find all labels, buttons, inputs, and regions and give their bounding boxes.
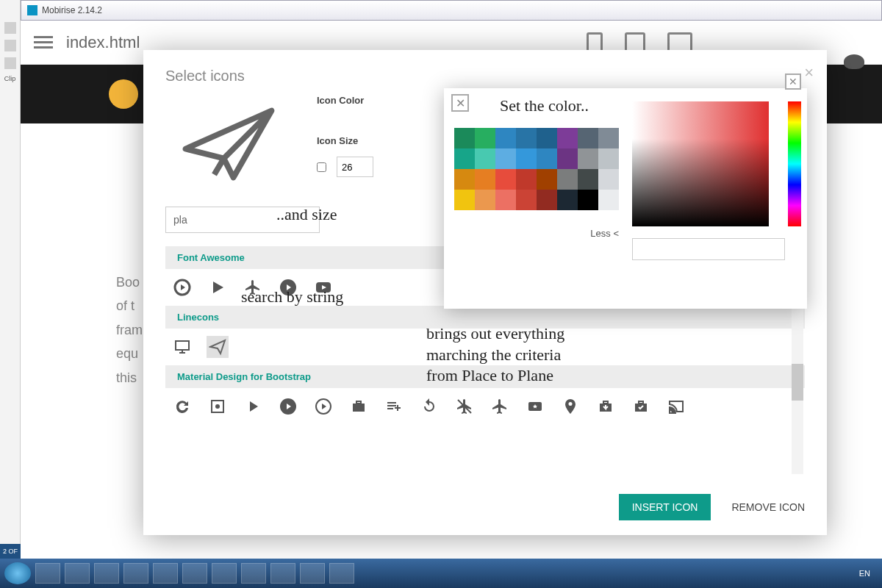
color-swatch[interactable]	[537, 169, 557, 190]
color-swatch[interactable]	[557, 190, 578, 210]
taskbar-item[interactable]	[153, 563, 178, 584]
color-swatch[interactable]	[557, 148, 578, 169]
color-swatch[interactable]	[578, 169, 598, 190]
color-swatch[interactable]	[537, 190, 557, 210]
playlist-add-icon[interactable]	[383, 395, 405, 417]
scrollbar-thumb[interactable]	[792, 364, 803, 401]
color-swatch[interactable]	[475, 148, 495, 169]
svg-point-5	[215, 404, 220, 409]
color-swatch[interactable]	[454, 190, 475, 210]
airplane-icon[interactable]	[489, 395, 511, 417]
play-circle-o-icon[interactable]	[171, 276, 193, 298]
group-mdb[interactable]: Material Design for Bootstrap	[165, 365, 805, 388]
svg-rect-3	[176, 341, 189, 350]
remove-icon-button[interactable]: REMOVE ICON	[731, 501, 805, 513]
color-swatch[interactable]	[537, 148, 557, 169]
refresh-icon[interactable]	[171, 395, 193, 417]
place-icon[interactable]	[559, 395, 581, 417]
taskbar-item[interactable]	[212, 563, 237, 584]
play-outline-icon[interactable]	[312, 395, 334, 417]
language-indicator[interactable]: EN	[852, 569, 878, 578]
gradient-close-icon[interactable]: ✕	[785, 74, 801, 90]
color-picker-popover: ✕ Less < ✕	[444, 88, 807, 309]
color-swatch[interactable]	[495, 128, 516, 148]
display-icon[interactable]	[171, 336, 193, 358]
less-toggle[interactable]: Less <	[454, 228, 619, 239]
color-swatch[interactable]	[578, 190, 598, 210]
taskbar-item[interactable]	[300, 563, 325, 584]
color-swatch[interactable]	[598, 190, 619, 210]
color-swatch[interactable]	[454, 128, 475, 148]
color-swatch[interactable]	[516, 148, 537, 169]
color-swatch[interactable]	[516, 128, 537, 148]
color-swatch[interactable]	[475, 190, 495, 210]
svg-rect-9	[356, 401, 361, 404]
briefcase-check-icon[interactable]	[630, 395, 652, 417]
taskbar-item[interactable]	[329, 563, 354, 584]
taskbar-item[interactable]	[182, 563, 207, 584]
menu-icon[interactable]	[34, 36, 53, 49]
color-swatch[interactable]	[454, 148, 475, 169]
saturation-picker[interactable]	[632, 101, 769, 226]
play-icon[interactable]	[207, 276, 229, 298]
color-swatch[interactable]	[537, 128, 557, 148]
paperplane-icon[interactable]	[207, 336, 229, 358]
taskbar-item[interactable]	[35, 563, 60, 584]
ribbon-icon	[4, 57, 16, 69]
color-swatch[interactable]	[516, 169, 537, 190]
color-swatch[interactable]	[578, 128, 598, 148]
taskbar-item[interactable]	[270, 563, 295, 584]
word-ribbon-strip: Clip	[0, 0, 21, 559]
windows-taskbar: EN	[0, 559, 882, 588]
color-swatch[interactable]	[598, 128, 619, 148]
color-swatch[interactable]	[516, 190, 537, 210]
color-swatch[interactable]	[454, 169, 475, 190]
color-swatch[interactable]	[495, 190, 516, 210]
plane-icon[interactable]	[242, 276, 264, 298]
color-swatch[interactable]	[495, 169, 516, 190]
hex-input[interactable]	[632, 238, 785, 260]
hue-slider[interactable]	[788, 101, 801, 226]
taskbar-item[interactable]	[241, 563, 266, 584]
local-play-icon[interactable]	[524, 395, 546, 417]
youtube-play-icon[interactable]	[312, 276, 334, 298]
svg-rect-15	[639, 401, 643, 404]
group-linecons[interactable]: Linecons	[165, 306, 805, 329]
cast-icon[interactable]	[665, 395, 687, 417]
search-input[interactable]	[165, 207, 320, 233]
size-enable-checkbox[interactable]	[317, 162, 326, 172]
color-swatch[interactable]	[495, 148, 516, 169]
color-swatch[interactable]	[598, 169, 619, 190]
icon-size-input[interactable]	[337, 157, 373, 177]
replay-icon[interactable]	[418, 395, 440, 417]
picker-close-icon[interactable]: ✕	[451, 94, 469, 112]
color-swatch[interactable]	[598, 148, 619, 169]
color-swatch[interactable]	[475, 169, 495, 190]
status-bar: 2 OF	[0, 544, 21, 559]
taskbar-item[interactable]	[65, 563, 90, 584]
color-swatch[interactable]	[475, 128, 495, 148]
ribbon-label: Clip	[4, 75, 16, 82]
briefcase-icon[interactable]	[348, 395, 370, 417]
svg-rect-13	[603, 401, 608, 404]
app-icon	[27, 5, 37, 15]
svg-rect-8	[353, 404, 365, 412]
ribbon-icon	[4, 40, 16, 51]
start-button[interactable]	[4, 562, 31, 584]
color-swatch[interactable]	[578, 148, 598, 169]
play-circle-icon[interactable]	[277, 276, 299, 298]
airplane-off-icon[interactable]	[453, 395, 476, 417]
insert-icon-button[interactable]: INSERT ICON	[619, 494, 711, 520]
publish-icon[interactable]	[844, 54, 864, 69]
color-swatch[interactable]	[557, 128, 578, 148]
window-title: Mobirise 2.14.2	[42, 5, 102, 15]
close-icon[interactable]: ×	[804, 63, 814, 82]
play-filled-icon[interactable]	[277, 395, 299, 417]
taskbar-item[interactable]	[123, 563, 148, 584]
brightness-icon[interactable]	[207, 395, 229, 417]
ribbon-icon	[4, 22, 16, 34]
play-arrow-icon[interactable]	[242, 395, 264, 417]
color-swatch[interactable]	[557, 169, 578, 190]
archive-down-icon[interactable]	[595, 395, 617, 417]
taskbar-item[interactable]	[94, 563, 119, 584]
